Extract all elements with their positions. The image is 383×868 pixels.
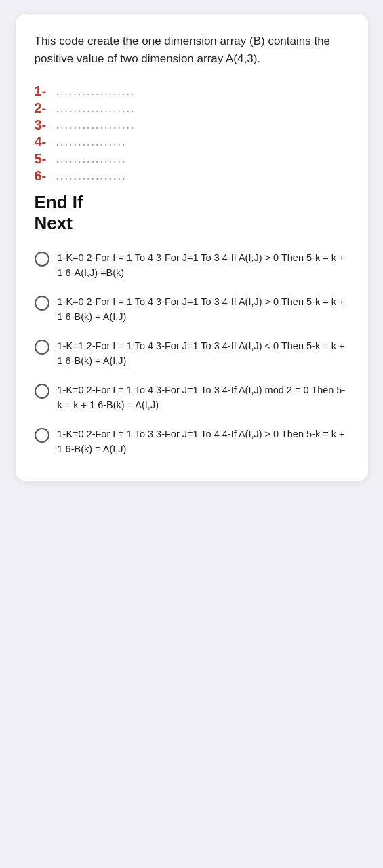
next-label: Next bbox=[35, 213, 349, 234]
code-lines-container: 1-..................2-..................… bbox=[35, 83, 349, 184]
line-number: 6- bbox=[35, 168, 56, 184]
option-text: 1-K=0 2-For I = 1 To 4 3-For J=1 To 3 4-… bbox=[58, 294, 349, 325]
line-dots: .................. bbox=[56, 101, 136, 115]
line-dots: ................ bbox=[56, 152, 127, 166]
line-number: 1- bbox=[35, 83, 56, 99]
line-dots: .................. bbox=[56, 118, 136, 132]
options-list: 1-K=0 2-For I = 1 To 4 3-For J=1 To 3 4-… bbox=[35, 250, 349, 457]
main-card: This code create the one dimension array… bbox=[16, 14, 368, 481]
line-dots: ................ bbox=[56, 169, 127, 183]
option-item: 1-K=1 2-For I = 1 To 4 3-For J=1 To 3 4-… bbox=[35, 338, 349, 369]
radio-circle[interactable] bbox=[35, 428, 49, 443]
option-item: 1-K=0 2-For I = 1 To 3 3-For J=1 To 4 4-… bbox=[35, 427, 349, 457]
code-line: 4-................ bbox=[35, 134, 349, 150]
line-dots: .................. bbox=[56, 84, 136, 98]
code-line: 5-................ bbox=[35, 151, 349, 167]
option-item: 1-K=0 2-For I = 1 To 4 3-For J=1 To 3 4-… bbox=[35, 294, 349, 325]
option-text: 1-K=0 2-For I = 1 To 4 3-For J=1 To 3 4-… bbox=[58, 382, 349, 413]
option-item: 1-K=0 2-For I = 1 To 4 3-For J=1 To 3 4-… bbox=[35, 382, 349, 413]
end-if-label: End If bbox=[35, 192, 349, 213]
line-number: 4- bbox=[35, 134, 56, 150]
code-line: 6-................ bbox=[35, 168, 349, 184]
option-item: 1-K=0 2-For I = 1 To 4 3-For J=1 To 3 4-… bbox=[35, 250, 349, 281]
option-text: 1-K=0 2-For I = 1 To 3 3-For J=1 To 4 4-… bbox=[58, 427, 349, 457]
option-text: 1-K=0 2-For I = 1 To 4 3-For J=1 To 3 4-… bbox=[58, 250, 349, 281]
code-line: 2-.................. bbox=[35, 100, 349, 116]
line-dots: ................ bbox=[56, 135, 127, 149]
radio-circle[interactable] bbox=[35, 384, 49, 399]
code-line: 3-.................. bbox=[35, 117, 349, 133]
radio-circle[interactable] bbox=[35, 252, 49, 267]
code-line: 1-.................. bbox=[35, 83, 349, 99]
radio-circle[interactable] bbox=[35, 296, 49, 311]
radio-circle[interactable] bbox=[35, 340, 49, 355]
description-text: This code create the one dimension array… bbox=[35, 33, 349, 67]
line-number: 5- bbox=[35, 151, 56, 167]
line-number: 2- bbox=[35, 100, 56, 116]
option-text: 1-K=1 2-For I = 1 To 4 3-For J=1 To 3 4-… bbox=[58, 338, 349, 369]
line-number: 3- bbox=[35, 117, 56, 133]
